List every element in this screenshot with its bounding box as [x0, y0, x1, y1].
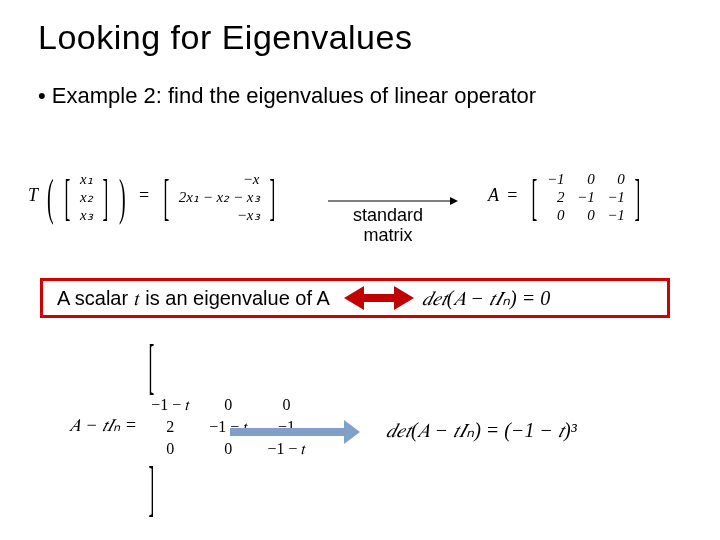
A-r1c2: −1	[607, 188, 625, 206]
standard-matrix-label: standardmatrix	[353, 205, 423, 245]
bullet-example: • Example 2: find the eigenvalues of lin…	[0, 57, 720, 109]
A-r2c2: −1	[607, 206, 625, 224]
vec-x3: x₃	[80, 206, 93, 224]
A-r2c1: 0	[577, 206, 595, 224]
A-r0c2: 0	[607, 170, 625, 188]
operator-T: T	[28, 185, 38, 205]
vec-x1: x₁	[80, 170, 93, 188]
determinant-result: 𝑑𝑒𝑡(𝐴 − 𝑡𝐼ₙ) = (−1 − 𝑡)³	[386, 418, 577, 442]
slide-title: Looking for Eigenvalues	[0, 0, 720, 57]
svg-marker-1	[450, 197, 458, 205]
A-r1c0: 2	[547, 188, 565, 206]
AtI-r1c0: 2	[141, 416, 199, 438]
operator-definition-row: T ([ x₁ x₂ x₃ ]) = [ −x 2x₁ − x₂ − x₃ −x…	[28, 170, 708, 250]
eigenvalue-condition-box: A scalar 𝑡 is an eigenvalue of A 𝑑𝑒𝑡(𝐴 −…	[40, 278, 670, 318]
operator-T-equation: T ([ x₁ x₂ x₃ ]) = [ −x 2x₁ − x₂ − x₃ −x…	[28, 170, 281, 224]
res-r1: −x	[179, 170, 260, 188]
maps-to-arrow	[328, 192, 458, 202]
vec-x2: x₂	[80, 188, 93, 206]
matrix-A: A = [ −1 2 0 0 −1 0 0 −1 −1 ]	[488, 170, 646, 224]
A-r0c1: 0	[577, 170, 595, 188]
result-arrow-icon	[230, 420, 360, 444]
svg-rect-3	[230, 428, 344, 436]
A-tI-lhs: 𝐴 − 𝑡𝐼ₙ =	[70, 415, 137, 435]
res-r3: −x₃	[179, 206, 260, 224]
AtI-r0c1: 0	[199, 394, 257, 416]
A-r0c0: −1	[547, 170, 565, 188]
AtI-r0c2: 0	[257, 394, 315, 416]
svg-marker-2	[344, 286, 414, 310]
condition-text: A scalar 𝑡 is an eigenvalue of A	[43, 287, 330, 310]
eq-sign: =	[507, 185, 517, 205]
iff-double-arrow-icon	[344, 284, 414, 312]
svg-marker-4	[344, 420, 360, 444]
res-r2: 2x₁ − x₂ − x₃	[179, 188, 260, 206]
matrix-A-label: A	[488, 185, 499, 205]
det-equation: 𝑑𝑒𝑡(𝐴 − 𝑡𝐼ₙ) = 0	[422, 286, 550, 310]
A-r2c0: 0	[547, 206, 565, 224]
A-r1c1: −1	[577, 188, 595, 206]
